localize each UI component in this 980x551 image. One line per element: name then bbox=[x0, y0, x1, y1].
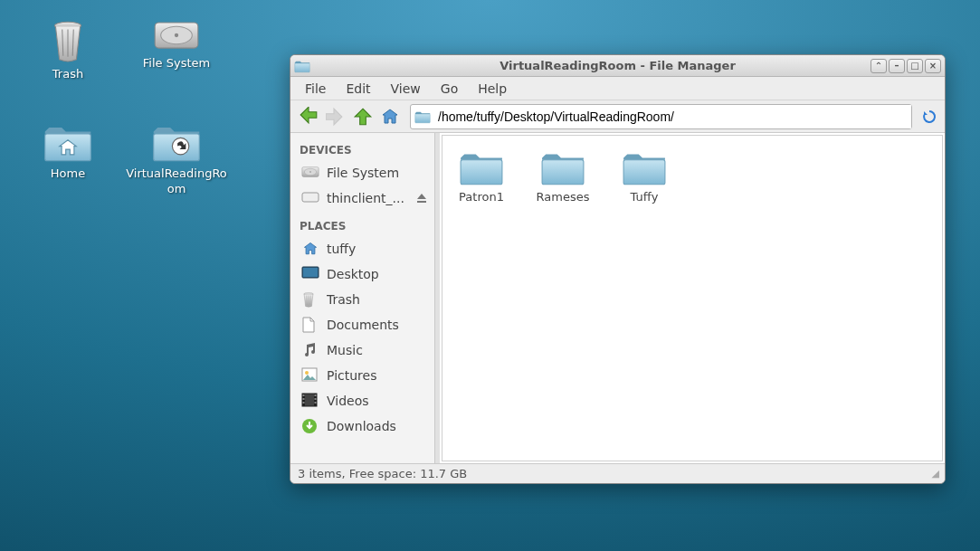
removable-icon bbox=[301, 190, 319, 206]
sidebar-item-filesystem[interactable]: File System bbox=[290, 160, 434, 185]
sidebar-item-label: tuffy bbox=[327, 242, 427, 256]
content-pane: Patron1 Rameses Tuffy bbox=[440, 133, 945, 463]
drive-icon bbox=[153, 18, 200, 52]
close-button[interactable]: × bbox=[925, 59, 941, 73]
sidebar-item-label: thinclient_... bbox=[327, 191, 409, 205]
maximize-button[interactable]: □ bbox=[907, 59, 923, 73]
desktop-icon-filesystem[interactable]: File System bbox=[127, 18, 226, 81]
desktop-icon-label: VirtualReadingRo om bbox=[126, 166, 227, 196]
home-icon bbox=[380, 107, 400, 127]
home-folder-icon bbox=[43, 121, 93, 163]
sidebar-item-trash[interactable]: Trash bbox=[290, 287, 434, 312]
rollup-button[interactable]: ⌃ bbox=[871, 59, 887, 73]
arrow-left-icon bbox=[299, 107, 319, 127]
menu-help[interactable]: Help bbox=[469, 79, 516, 99]
svg-rect-9 bbox=[302, 193, 319, 202]
desktop-icon-home[interactable]: Home bbox=[18, 121, 118, 196]
window-title: VirtualReadingRoom - File Manager bbox=[290, 59, 945, 72]
menu-file[interactable]: File bbox=[296, 79, 335, 99]
svg-rect-18 bbox=[303, 398, 305, 400]
folder-icon bbox=[411, 109, 434, 124]
sidebar-item-thinclient[interactable]: thinclient_... bbox=[290, 185, 434, 211]
up-button[interactable] bbox=[350, 104, 376, 129]
file-manager-window: VirtualReadingRoom - File Manager ⌃ – □ … bbox=[290, 54, 946, 484]
svg-rect-21 bbox=[315, 398, 317, 400]
icon-grid[interactable]: Patron1 Rameses Tuffy bbox=[442, 135, 943, 461]
minimize-button[interactable]: – bbox=[889, 59, 905, 73]
folder-label: Tuffy bbox=[631, 190, 659, 204]
statusbar: 3 items, Free space: 11.7 GB ◢ bbox=[290, 463, 945, 483]
eject-icon[interactable] bbox=[416, 193, 427, 204]
folder-label: Rameses bbox=[537, 190, 590, 204]
menu-go[interactable]: Go bbox=[432, 79, 467, 99]
desktop-icon-virtualreadingroom[interactable]: VirtualReadingRo om bbox=[127, 121, 226, 196]
desktop-icon-trash[interactable]: Trash bbox=[18, 18, 118, 81]
path-input[interactable] bbox=[434, 105, 911, 128]
sidebar-item-desktop[interactable]: Desktop bbox=[290, 261, 434, 287]
sidebar-item-music[interactable]: Music bbox=[290, 337, 434, 363]
document-icon bbox=[301, 317, 319, 333]
pictures-icon bbox=[301, 367, 319, 384]
sidebar-item-documents[interactable]: Documents bbox=[290, 312, 434, 337]
trash-small-icon bbox=[301, 291, 319, 308]
sidebar-item-label: Music bbox=[327, 343, 427, 357]
svg-rect-17 bbox=[303, 394, 305, 396]
trash-icon bbox=[47, 18, 89, 63]
sidebar-item-label: Trash bbox=[327, 292, 427, 307]
svg-rect-20 bbox=[315, 394, 317, 396]
sidebar-item-label: Pictures bbox=[327, 368, 427, 383]
folder-icon bbox=[540, 148, 585, 186]
music-icon bbox=[301, 342, 319, 358]
sidebar-item-pictures[interactable]: Pictures bbox=[290, 363, 434, 388]
home-button[interactable] bbox=[377, 104, 403, 129]
sidebar-item-tuffy[interactable]: tuffy bbox=[290, 236, 434, 261]
menu-edit[interactable]: Edit bbox=[337, 79, 379, 99]
desktop-area: Trash File System Home VirtualReadingRo … bbox=[18, 18, 226, 236]
svg-rect-11 bbox=[303, 268, 318, 277]
arrow-up-icon bbox=[353, 107, 373, 127]
sidebar-item-label: Desktop bbox=[327, 267, 427, 281]
downloads-icon bbox=[301, 418, 319, 434]
toolbar bbox=[290, 100, 945, 133]
sidebar-item-downloads[interactable]: Downloads bbox=[290, 413, 434, 439]
location-bar bbox=[410, 104, 912, 129]
desktop-icon bbox=[301, 266, 319, 282]
arrow-right-icon bbox=[326, 107, 346, 127]
status-text: 3 items, Free space: 11.7 GB bbox=[298, 467, 467, 480]
home-icon bbox=[301, 241, 319, 257]
folder-label: Patron1 bbox=[459, 190, 504, 204]
refresh-icon bbox=[921, 109, 937, 125]
folder-item-rameses[interactable]: Rameses bbox=[531, 148, 595, 204]
videos-icon bbox=[301, 393, 319, 409]
folder-icon bbox=[294, 59, 310, 73]
folder-item-tuffy[interactable]: Tuffy bbox=[613, 148, 676, 204]
back-button[interactable] bbox=[296, 104, 321, 129]
titlebar[interactable]: VirtualReadingRoom - File Manager ⌃ – □ … bbox=[290, 55, 945, 77]
folder-icon bbox=[622, 148, 667, 186]
sidebar: DEVICES File System thinclient_... PLACE… bbox=[290, 133, 435, 463]
desktop-icon-label: Home bbox=[51, 166, 85, 181]
folder-icon bbox=[459, 148, 504, 186]
sidebar-header-devices: DEVICES bbox=[290, 140, 434, 160]
sidebar-item-label: File System bbox=[327, 166, 427, 180]
menu-view[interactable]: View bbox=[382, 79, 430, 99]
svg-rect-22 bbox=[315, 402, 317, 404]
refresh-button[interactable] bbox=[919, 107, 939, 127]
folder-link-icon bbox=[151, 121, 202, 163]
sidebar-item-label: Documents bbox=[327, 318, 427, 332]
drive-icon bbox=[301, 165, 319, 181]
sidebar-item-videos[interactable]: Videos bbox=[290, 388, 434, 413]
desktop-icon-label: File System bbox=[143, 56, 210, 71]
desktop-icon-label: Trash bbox=[52, 67, 83, 81]
sidebar-item-label: Videos bbox=[327, 394, 427, 408]
folder-item-patron1[interactable]: Patron1 bbox=[450, 148, 513, 204]
resize-grip[interactable]: ◢ bbox=[932, 468, 937, 480]
sidebar-header-places: PLACES bbox=[290, 216, 434, 236]
menubar: File Edit View Go Help bbox=[290, 77, 945, 100]
svg-point-13 bbox=[305, 371, 309, 375]
sidebar-item-label: Downloads bbox=[327, 419, 427, 433]
svg-rect-19 bbox=[303, 402, 305, 404]
forward-button[interactable] bbox=[323, 104, 348, 129]
